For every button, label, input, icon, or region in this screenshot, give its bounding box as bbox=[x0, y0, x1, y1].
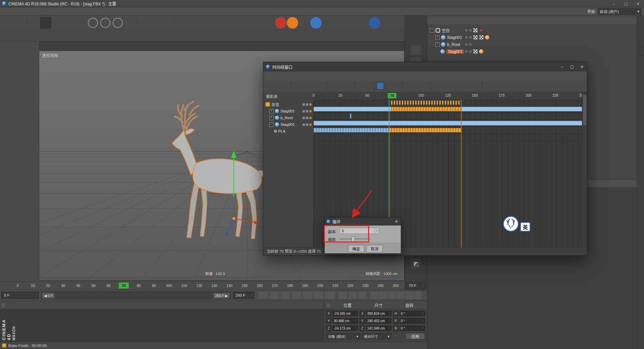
render-visibility-dot[interactable] bbox=[469, 29, 472, 32]
object-row[interactable]: -空白✕ bbox=[427, 27, 637, 34]
coordinate-field[interactable]: -24.173 cm▲▼ bbox=[332, 326, 358, 331]
filter-icon[interactable] bbox=[629, 18, 635, 23]
psr-transfer-button[interactable] bbox=[357, 17, 369, 29]
range-slider-left-handle[interactable]: ◀ 0 F bbox=[42, 293, 55, 299]
toggle-position-button[interactable] bbox=[370, 292, 378, 299]
coordinate-field[interactable]: -24.165 cm▲▼ bbox=[332, 311, 358, 316]
attr-grid-icon[interactable] bbox=[628, 181, 634, 187]
timeline-track-label-row[interactable]: PLA bbox=[263, 128, 313, 135]
command-icon-19[interactable] bbox=[28, 230, 36, 238]
command-icon-2[interactable] bbox=[28, 64, 36, 72]
command-icon-5[interactable] bbox=[28, 94, 36, 102]
command-icon-18[interactable] bbox=[28, 220, 36, 228]
tl-fit-icon[interactable] bbox=[572, 73, 578, 79]
expand-toggle[interactable]: + bbox=[269, 109, 274, 113]
loop-dialog[interactable]: 循环 ✕ 副本 5 ▲▼ 缩放 确定 取消 bbox=[324, 217, 401, 254]
command-icon-17[interactable] bbox=[28, 210, 36, 218]
track-infinite-button[interactable] bbox=[473, 82, 480, 90]
tl-search-icon[interactable] bbox=[545, 73, 551, 79]
grid-array-tool[interactable] bbox=[49, 32, 58, 40]
scale-slider-knob[interactable] bbox=[352, 237, 355, 242]
timeline-track-row[interactable] bbox=[314, 134, 582, 141]
command-icon-8[interactable] bbox=[28, 123, 36, 131]
modeling-icon-6[interactable] bbox=[15, 97, 23, 105]
range-slider-right-handle[interactable]: 250 F ▶ bbox=[213, 293, 230, 299]
delete-keyframe-button[interactable] bbox=[337, 82, 344, 90]
coordinate-field[interactable]: 0 °▲▼ bbox=[399, 318, 425, 323]
polygons-mode-button[interactable] bbox=[1, 121, 11, 131]
add-generator-menu[interactable] bbox=[201, 17, 213, 29]
modeling-icon-1[interactable] bbox=[15, 47, 23, 54]
interpolation-linear-button[interactable] bbox=[413, 82, 420, 90]
flower-primitive-button[interactable] bbox=[68, 32, 76, 40]
scene-cube-icon[interactable]: ◩ bbox=[411, 258, 421, 268]
track-after-constant-button[interactable] bbox=[448, 82, 456, 90]
xpresso-button[interactable] bbox=[133, 32, 142, 40]
modeling-icon-3[interactable] bbox=[15, 67, 23, 74]
viewport-orbit-icon[interactable] bbox=[389, 43, 395, 49]
loop-button[interactable] bbox=[314, 292, 324, 299]
track-after-repeat-button[interactable] bbox=[457, 82, 464, 90]
command-icon-15[interactable] bbox=[28, 191, 36, 199]
help-icon[interactable] bbox=[28, 45, 36, 53]
add-camera-menu[interactable] bbox=[236, 17, 248, 29]
goto-end-button[interactable] bbox=[325, 292, 335, 299]
tl-home-icon[interactable] bbox=[552, 73, 557, 79]
coordinate-field[interactable]: 141.049 cm▲▼ bbox=[366, 326, 391, 331]
modeling-icon-12[interactable] bbox=[15, 158, 23, 165]
attr-search-icon[interactable] bbox=[621, 181, 627, 187]
text-primitive-button[interactable] bbox=[96, 32, 105, 40]
prev-frame-button[interactable] bbox=[280, 292, 290, 299]
checker-tag-icon[interactable] bbox=[473, 35, 478, 40]
command-icon-1[interactable] bbox=[28, 55, 36, 63]
spline-s-button[interactable] bbox=[115, 32, 123, 40]
panel-grip-icon[interactable] bbox=[327, 303, 330, 307]
goto-start-button[interactable] bbox=[258, 292, 268, 299]
command-icon-13[interactable] bbox=[28, 171, 36, 180]
tl-prev-icon[interactable] bbox=[559, 73, 564, 79]
lock-x-axis-button[interactable] bbox=[88, 18, 98, 28]
layout-menu[interactable] bbox=[345, 17, 357, 29]
modeling-icon-7[interactable] bbox=[15, 107, 23, 115]
render-picture-viewer-button[interactable] bbox=[151, 17, 162, 29]
coordinate-field[interactable]: 280.834 cm▲▼ bbox=[366, 311, 391, 316]
mirror-tool[interactable] bbox=[30, 32, 39, 40]
record-keyframe-button[interactable] bbox=[338, 292, 347, 299]
add-sound-menu[interactable] bbox=[260, 17, 271, 29]
track-before-constant-button[interactable] bbox=[432, 82, 440, 90]
toggle-parameter-button[interactable] bbox=[396, 292, 405, 299]
track-toggle[interactable] bbox=[306, 110, 308, 112]
timeline-window[interactable]: 时间线窗口 – ▢ ✕ 摄影表 总览+Stag001+b_Root-Stag00… bbox=[263, 62, 587, 256]
tl-expand-icon[interactable] bbox=[579, 73, 584, 79]
snap-grid-button[interactable] bbox=[393, 82, 400, 90]
coordinate-mode-dropdown[interactable]: 对象 (相对)▾ bbox=[326, 333, 360, 339]
timeline-track-row[interactable] bbox=[314, 106, 582, 113]
attr-list-icon[interactable] bbox=[606, 181, 612, 187]
polygon-primitive-button[interactable] bbox=[87, 32, 95, 40]
dot-tag-icon[interactable] bbox=[485, 35, 489, 40]
interpolation-step-button[interactable] bbox=[421, 82, 428, 90]
modeling-icon-5[interactable] bbox=[15, 87, 23, 95]
axis-lock-button[interactable] bbox=[1, 183, 11, 193]
pot-object-button[interactable] bbox=[124, 32, 133, 40]
key-selection-button[interactable] bbox=[293, 82, 301, 90]
editor-visibility-dot[interactable] bbox=[465, 36, 468, 39]
track-name[interactable]: 总览 bbox=[271, 102, 279, 107]
auto-snap-button[interactable] bbox=[377, 82, 384, 90]
timeline-maximize-button[interactable]: ▢ bbox=[567, 62, 577, 71]
modeling-icon-11[interactable] bbox=[15, 148, 23, 155]
dock-tab[interactable] bbox=[637, 55, 644, 62]
timeline-track-label-row[interactable]: +Stag001 bbox=[263, 108, 313, 114]
timeline-ruler[interactable]: 02550100125150175200225250 70 bbox=[314, 92, 582, 100]
add-deformer-menu[interactable] bbox=[213, 17, 224, 29]
timeline-minimize-button[interactable]: – bbox=[557, 62, 567, 71]
enable-snap-button[interactable] bbox=[1, 158, 11, 168]
coordinate-field[interactable]: 0 °▲▼ bbox=[399, 326, 425, 331]
track-toggle[interactable] bbox=[306, 103, 308, 106]
attr-forward-icon[interactable] bbox=[598, 181, 604, 187]
editor-visibility-dot[interactable] bbox=[465, 43, 468, 46]
quick-render-button[interactable] bbox=[369, 17, 380, 29]
viewport-pan-icon[interactable] bbox=[374, 43, 380, 49]
object-row[interactable]: +Stag001 bbox=[427, 34, 637, 41]
keyframe-bar[interactable] bbox=[391, 107, 461, 111]
